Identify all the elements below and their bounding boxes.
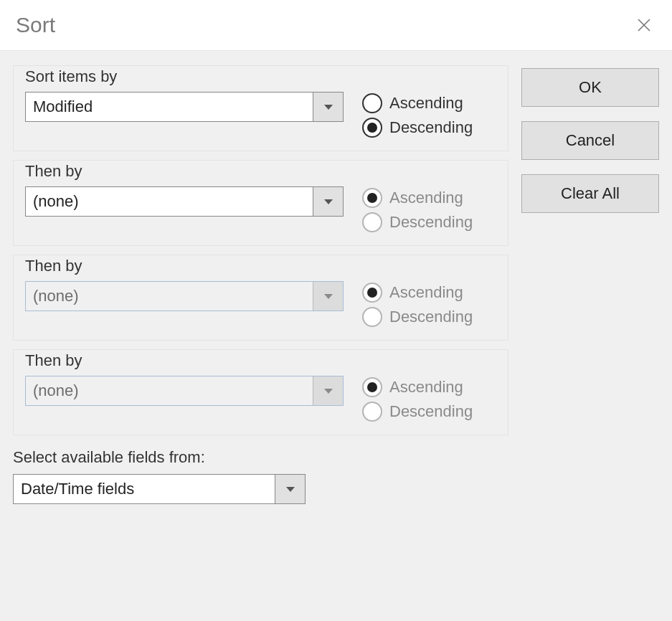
sort-group-4: Then by (none) Ascending Descending [13,349,508,435]
combo-value: Modified [26,93,313,121]
combo-value: (none) [26,282,313,310]
group-label: Then by [25,351,87,370]
combo-value: (none) [26,187,313,216]
combo-value: (none) [26,376,313,405]
sort-field-combo-1[interactable]: Modified [25,92,344,122]
radio-label: Descending [389,308,473,326]
ok-button[interactable]: OK [521,68,659,107]
sort-field-combo-3: (none) [25,281,344,311]
dialog-body: Sort items by Modified Ascending Des [0,50,672,621]
sort-field-combo-2[interactable]: (none) [25,186,344,217]
radio-label: Descending [389,402,473,421]
radio-label: Descending [389,118,473,137]
chevron-down-icon[interactable] [313,187,343,216]
radio-descending-3: Descending [362,307,473,327]
chevron-down-icon[interactable] [313,93,343,121]
radio-ascending-3: Ascending [362,283,473,303]
sort-group-primary: Sort items by Modified Ascending Des [13,65,508,151]
radio-label: Ascending [389,283,463,302]
chevron-down-icon [313,282,343,310]
radio-label: Ascending [389,189,463,207]
radio-label: Ascending [389,378,463,397]
radio-descending-4: Descending [362,402,473,422]
sort-dialog: Sort Sort items by Modified Ascending [0,0,672,621]
sort-group-2: Then by (none) Ascending Descending [13,160,508,246]
combo-value: Date/Time fields [14,475,275,503]
titlebar: Sort [0,0,672,50]
radio-descending-1[interactable]: Descending [362,118,473,138]
radio-ascending-1[interactable]: Ascending [362,93,473,113]
available-fields-label: Select available fields from: [13,448,508,467]
radio-descending-2: Descending [362,212,473,232]
sort-field-combo-4: (none) [25,376,344,406]
radio-ascending-4: Ascending [362,377,473,397]
sort-group-3: Then by (none) Ascending Descending [13,255,508,341]
group-label: Sort items by [25,67,121,86]
radio-ascending-2: Ascending [362,188,473,208]
group-label: Then by [25,162,87,181]
group-label: Then by [25,257,87,275]
chevron-down-icon [313,376,343,405]
sort-criteria-column: Sort items by Modified Ascending Des [13,65,508,504]
available-fields-combo[interactable]: Date/Time fields [13,474,306,504]
chevron-down-icon[interactable] [275,475,305,503]
dialog-title: Sort [16,13,55,37]
cancel-button[interactable]: Cancel [521,121,659,160]
action-buttons-column: OK Cancel Clear All [521,65,659,213]
radio-label: Ascending [389,94,463,113]
close-icon[interactable] [636,17,652,33]
clear-all-button[interactable]: Clear All [521,174,659,213]
radio-label: Descending [389,213,473,232]
